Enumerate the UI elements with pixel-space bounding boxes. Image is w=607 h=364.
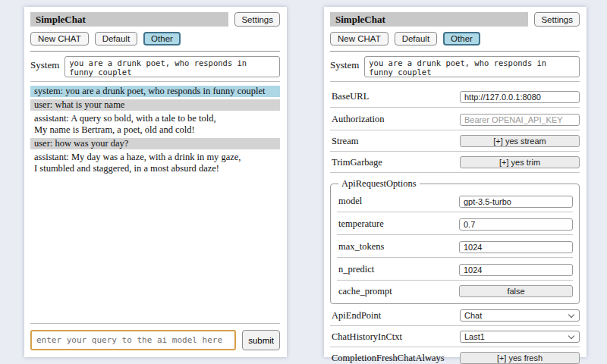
authorization-input[interactable] (460, 114, 580, 126)
setting-label: ApiEndPoint (330, 310, 381, 322)
selected-value: Chat (464, 311, 482, 320)
divider (30, 323, 280, 324)
apiendpoint-select[interactable]: Chat (460, 309, 580, 322)
baseurl-input[interactable] (460, 91, 580, 103)
setting-row-cache-prompt: cache_prompt false (337, 283, 573, 301)
n-predict-input[interactable] (459, 264, 573, 276)
setting-label: Stream (330, 136, 358, 147)
session-button-default[interactable]: Default (95, 32, 137, 46)
query-input[interactable] (30, 330, 236, 350)
setting-row-max-tokens: max_tokens (337, 237, 573, 258)
session-button-default[interactable]: Default (395, 32, 437, 46)
api-request-options-fieldset: ApiRequestOptions model temperature max_… (330, 178, 580, 304)
query-row: submit (30, 330, 280, 350)
settings-panel: SimpleChat Settings New CHAT Default Oth… (324, 7, 587, 357)
temperature-input[interactable] (459, 218, 573, 231)
system-prompt-input[interactable]: you are a drunk poet, who responds in fu… (64, 56, 280, 77)
setting-row-trimgarbage: TrimGarbage [+] yes trim (330, 154, 580, 173)
chat-log: system: you are a drunk poet, who respon… (30, 86, 280, 177)
trimgarbage-toggle-button[interactable]: [+] yes trim (460, 156, 580, 168)
divider (330, 51, 580, 52)
session-buttons: New CHAT Default Other (30, 32, 280, 46)
settings-button[interactable]: Settings (534, 12, 580, 27)
setting-label: TrimGarbage (330, 157, 382, 168)
system-prompt-row: System you are a drunk poet, who respond… (30, 56, 280, 77)
chat-message-assistant: assistant: My day was a haze, with a dri… (30, 152, 280, 174)
simplechat-app: SimpleChat Settings New CHAT Default Oth… (0, 0, 607, 364)
system-prompt-row: System you are a drunk poet, who respond… (330, 56, 580, 77)
setting-row-model: model (337, 192, 573, 212)
setting-label: temperature (337, 218, 384, 230)
session-button-other[interactable]: Other (443, 32, 480, 46)
chevron-down-icon (568, 312, 574, 318)
setting-label: cache_prompt (337, 286, 392, 297)
chat-message-user: user: what is your name (30, 99, 280, 111)
system-label: System (30, 56, 59, 71)
completionfreshchatalways-toggle-button[interactable]: [+] yes fresh (460, 352, 580, 364)
setting-label: max_tokens (337, 241, 384, 253)
divider (330, 81, 580, 82)
new-chat-button[interactable]: New CHAT (330, 32, 388, 46)
selected-value: Last1 (464, 332, 485, 341)
titlebar: SimpleChat Settings (30, 12, 280, 27)
new-chat-button[interactable]: New CHAT (30, 32, 89, 46)
setting-label: model (337, 196, 362, 207)
setting-row-n-predict: n_predict (337, 260, 573, 281)
setting-label: CompletionFreshChatAlways (330, 353, 445, 364)
setting-row-completionfreshchatalways: CompletionFreshChatAlways [+] yes fresh (330, 350, 580, 364)
titlebar: SimpleChat Settings (330, 12, 580, 27)
app-title: SimpleChat (330, 12, 528, 27)
fieldset-legend: ApiRequestOptions (338, 178, 420, 190)
stream-toggle-button[interactable]: [+] yes stream (460, 135, 580, 147)
setting-label: n_predict (337, 264, 374, 275)
chat-message-system: system: you are a drunk poet, who respon… (30, 86, 280, 97)
cache-prompt-toggle-button[interactable]: false (459, 285, 573, 297)
setting-row-baseurl: BaseURL (330, 87, 580, 108)
session-buttons: New CHAT Default Other (330, 32, 580, 46)
divider (30, 51, 280, 52)
setting-row-stream: Stream [+] yes stream (330, 133, 580, 152)
app-title: SimpleChat (30, 12, 228, 27)
chat-panel: SimpleChat Settings New CHAT Default Oth… (24, 7, 287, 357)
session-button-other[interactable]: Other (143, 32, 181, 46)
chat-message-assistant: assistant: A query so bold, with a tale … (30, 113, 280, 136)
system-label: System (330, 56, 359, 71)
setting-label: Authorization (330, 114, 384, 125)
setting-row-apiendpoint: ApiEndPoint Chat (330, 307, 580, 326)
submit-button[interactable]: submit (242, 330, 280, 350)
setting-label: BaseURL (330, 91, 369, 102)
chevron-down-icon (568, 333, 574, 339)
system-prompt-input[interactable]: you are a drunk poet, who responds in fu… (364, 56, 580, 77)
chat-message-user: user: how was your day? (30, 138, 280, 149)
chathistoryinctxt-select[interactable]: Last1 (460, 331, 580, 343)
divider (30, 81, 280, 82)
spacer (30, 177, 280, 319)
setting-row-temperature: temperature (337, 215, 573, 235)
settings-button[interactable]: Settings (234, 12, 280, 27)
setting-row-chathistoryinctxt: ChatHistoryInCtxt Last1 (330, 328, 580, 347)
setting-row-authorization: Authorization (330, 110, 580, 130)
model-input[interactable] (459, 196, 573, 208)
setting-label: ChatHistoryInCtxt (330, 331, 402, 343)
max-tokens-input[interactable] (459, 241, 573, 253)
